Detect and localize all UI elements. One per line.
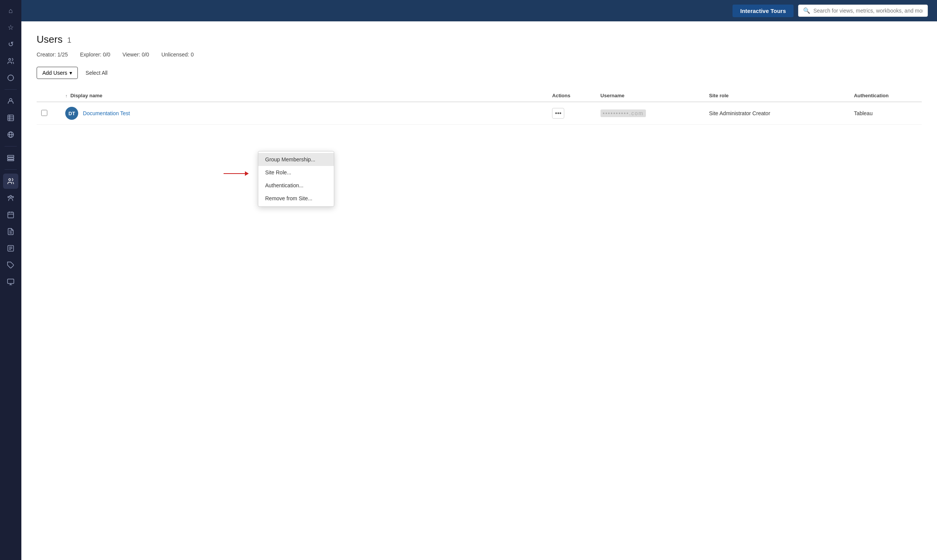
main-wrapper: Interactive Tours 🔍 Users 1 Creator: 1/2…: [21, 0, 937, 560]
explorer-license: Explorer: 0/0: [80, 51, 110, 58]
svg-rect-7: [8, 115, 14, 121]
actions-cell: •••: [547, 102, 596, 125]
svg-rect-14: [8, 155, 14, 157]
svg-point-0: [9, 58, 11, 60]
svg-rect-15: [8, 158, 14, 159]
table-header-row: ↑ Display name Actions Username Site rol…: [37, 90, 922, 102]
page-title: Users: [37, 34, 63, 45]
toolbar: Add Users ▾ Select All: [37, 67, 922, 79]
search-icon: 🔍: [803, 7, 810, 14]
actions-menu-button[interactable]: •••: [552, 108, 564, 119]
context-menu-item-authentication[interactable]: Authentication...: [258, 179, 334, 192]
arrow-head: [245, 171, 249, 176]
display-name-col-header[interactable]: ↑ Display name: [61, 90, 547, 102]
topbar: Interactive Tours 🔍: [21, 0, 937, 21]
groups-icon[interactable]: [3, 53, 18, 69]
svg-point-18: [10, 195, 12, 197]
sidebar-divider-1: [5, 89, 17, 90]
users-admin-icon[interactable]: [3, 174, 18, 189]
username-col-header[interactable]: Username: [596, 90, 705, 102]
sidebar: ⌂ ☆ ↺: [0, 0, 21, 560]
search-bar[interactable]: 🔍: [798, 5, 928, 17]
row-checkbox[interactable]: [41, 110, 47, 116]
recents-icon[interactable]: ↺: [3, 37, 18, 52]
svg-point-1: [8, 75, 14, 81]
home-icon[interactable]: ⌂: [3, 3, 18, 18]
page-header: Users 1: [37, 34, 922, 45]
add-users-button[interactable]: Add Users ▾: [37, 67, 78, 79]
username-value: ••••••••••.com: [601, 109, 646, 117]
siterole-cell: Site Administrator Creator: [705, 102, 850, 125]
content-area: Users 1 Creator: 1/25 Explorer: 0/0 View…: [21, 21, 937, 560]
username-cell: ••••••••••.com: [596, 102, 705, 125]
svg-point-17: [9, 179, 11, 180]
authentication-col-header[interactable]: Authentication: [849, 90, 922, 102]
dropdown-arrow-icon: ▾: [69, 70, 72, 76]
group-management-icon[interactable]: [3, 190, 18, 206]
svg-rect-21: [8, 212, 14, 218]
license-info: Creator: 1/25 Explorer: 0/0 Viewer: 0/0 …: [37, 51, 922, 58]
sidebar-divider-3: [5, 169, 17, 170]
sidebar-divider-2: [5, 146, 17, 146]
user-cell: DT Documentation Test: [65, 107, 543, 120]
sort-arrow-icon: ↑: [65, 93, 68, 98]
svg-rect-16: [8, 160, 14, 161]
schedule-icon[interactable]: [3, 207, 18, 222]
table-icon[interactable]: [3, 110, 18, 126]
svg-point-20: [12, 196, 13, 198]
actions-col-header: Actions: [547, 90, 596, 102]
authentication-cell: Tableau: [849, 102, 922, 125]
favorites-icon[interactable]: ☆: [3, 20, 18, 35]
viewer-license: Viewer: 0/0: [122, 51, 149, 58]
display-name-cell: DT Documentation Test: [61, 102, 547, 125]
tags-icon[interactable]: [3, 257, 18, 273]
row-checkbox-cell: [37, 102, 61, 125]
arrow-indicator: [224, 171, 249, 176]
unlicensed-count: Unlicensed: 0: [161, 51, 194, 58]
add-users-label: Add Users: [42, 70, 67, 76]
context-menu-item-remove-from-site[interactable]: Remove from Site...: [258, 192, 334, 205]
globe-icon[interactable]: [3, 127, 18, 142]
user-count-badge: 1: [67, 36, 71, 45]
svg-rect-33: [8, 279, 14, 284]
user-name-link[interactable]: Documentation Test: [83, 110, 130, 116]
arrow-line: [224, 173, 245, 174]
tasks-icon[interactable]: [3, 241, 18, 256]
checkbox-col-header: [37, 90, 61, 102]
svg-point-19: [8, 196, 9, 198]
search-input[interactable]: [813, 8, 923, 14]
user-avatar: DT: [65, 107, 78, 120]
svg-point-27: [10, 230, 10, 231]
user-profile-icon[interactable]: [3, 93, 18, 109]
users-table: ↑ Display name Actions Username Site rol…: [37, 90, 922, 125]
content-icon[interactable]: [3, 274, 18, 290]
explore-icon[interactable]: [3, 70, 18, 85]
context-menu-item-site-role[interactable]: Site Role...: [258, 166, 334, 179]
select-all-button[interactable]: Select All: [84, 67, 109, 79]
context-menu-item-group-membership[interactable]: Group Membership...: [258, 153, 334, 166]
data-roles-icon[interactable]: [3, 224, 18, 239]
creator-license: Creator: 1/25: [37, 51, 68, 58]
siterole-col-header[interactable]: Site role: [705, 90, 850, 102]
storage-icon[interactable]: [3, 150, 18, 166]
context-menu: Group Membership... Site Role... Authent…: [258, 151, 334, 207]
display-name-label: Display name: [70, 93, 102, 98]
interactive-tours-button[interactable]: Interactive Tours: [733, 5, 794, 17]
table-row: DT Documentation Test ••• ••••••••••.com…: [37, 102, 922, 125]
